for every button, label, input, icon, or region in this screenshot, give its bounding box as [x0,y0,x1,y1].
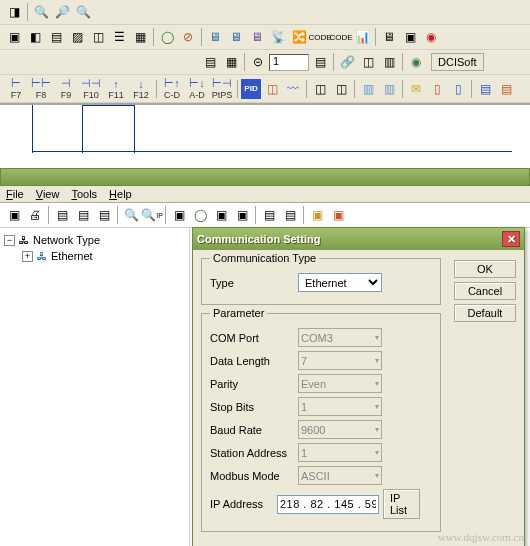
ip-address-input[interactable] [277,495,379,514]
monitor-icon[interactable]: 🖥 [247,27,267,47]
menu-view[interactable]: View [36,188,60,200]
tool-icon[interactable]: ▤ [73,205,93,225]
tool-eraser-icon[interactable]: ◨ [4,2,24,22]
expander-icon[interactable]: + [22,251,33,262]
group-communication-type: Communication Type Type Ethernet [201,258,441,305]
tool-icon[interactable]: ▦ [130,27,150,47]
step-f7[interactable]: ⊢F7 [4,77,28,100]
code-icon[interactable]: CODE [331,27,351,47]
toolbar-row-3: ▤ ▦ ⊝ 1 ▤ 🔗 ◫ ▥ ◉ DCISoft [0,50,530,75]
stop-icon[interactable]: ⊘ [178,27,198,47]
type-select[interactable]: Ethernet [298,273,382,292]
label-type: Type [210,277,298,289]
search-ip-icon[interactable]: 🔍IP [142,205,162,225]
tool-icon[interactable]: ◫ [88,27,108,47]
cancel-button[interactable]: Cancel [454,282,516,300]
menu-tools[interactable]: Tools [71,188,97,200]
tool-icon[interactable]: ◯ [190,205,210,225]
pid-icon[interactable]: PID [241,79,261,99]
dialog-titlebar[interactable]: Communication Setting ✕ [193,228,524,250]
tool-icon[interactable]: ▥ [379,79,399,99]
tool-icon[interactable]: ▯ [448,79,468,99]
label-modbus-mode: Modbus Mode [210,470,298,482]
tool-icon[interactable]: ▣ [169,205,189,225]
tool-icon[interactable]: ◫ [310,79,330,99]
tool-icon[interactable]: ▣ [400,27,420,47]
tool-icon[interactable]: ▣ [232,205,252,225]
label-ip-address: IP Address [210,498,277,510]
com-port-select: COM3▾ [298,328,382,347]
mail-icon[interactable]: ✉ [406,79,426,99]
dialog-button-column: OK Cancel Default [454,260,516,326]
tree-root[interactable]: − 🖧 Network Type [4,232,185,248]
chart-icon[interactable]: 📊 [352,27,372,47]
tool-icon[interactable]: ▤ [46,27,66,47]
label-com-port: COM Port [210,332,298,344]
ladder-canvas[interactable] [0,104,530,152]
tool-zoom-icon[interactable]: 🔍 [73,2,93,22]
tool-icon[interactable]: ▣ [4,27,24,47]
tool-icon[interactable]: ▤ [496,79,516,99]
ok-button[interactable]: OK [454,260,516,278]
step-f11[interactable]: ↑F11 [104,78,128,100]
step-ad[interactable]: ⊢↓A-D [185,77,209,100]
diagram-icon[interactable]: 🔀 [289,27,309,47]
toolbar-row-1: ◨ 🔍 🔎 🔍 [0,0,530,25]
tool-zoomout-icon[interactable]: 🔎 [52,2,72,22]
search-icon[interactable]: 🔍 [121,205,141,225]
ip-list-button[interactable]: IP List [383,489,420,519]
tool-icon[interactable]: ◫ [262,79,282,99]
step-f12[interactable]: ↓F12 [129,78,153,100]
tool-icon[interactable]: ▤ [52,205,72,225]
tool-icon[interactable]: ☰ [109,27,129,47]
monitor-icon[interactable]: 🖥 [205,27,225,47]
connect-icon[interactable]: 🔗 [337,52,357,72]
tool-icon[interactable]: ▤ [310,52,330,72]
tool-icon[interactable]: ▦ [221,52,241,72]
monitor-icon[interactable]: 🖥 [226,27,246,47]
tool-icon[interactable]: ◫ [358,52,378,72]
tool-icon[interactable]: ▨ [67,27,87,47]
label-stop-bits: Stop Bits [210,401,298,413]
step-f10[interactable]: ⊣⊣F10 [79,77,103,100]
monitor-icon[interactable]: 🖥 [379,27,399,47]
step-f9[interactable]: ⊣F9 [54,77,78,100]
expander-icon[interactable]: − [4,235,15,246]
tool-icon[interactable]: ◫ [331,79,351,99]
network-tree: − 🖧 Network Type + 🖧 Ethernet [0,228,190,546]
dcisoft-label: DCISoft [431,53,484,71]
tool-icon[interactable]: ▣ [328,205,348,225]
menu-file[interactable]: File [6,188,24,200]
tree-ethernet[interactable]: + 🖧 Ethernet [4,248,185,264]
tool-icon[interactable]: ▤ [475,79,495,99]
menubar: File View Tools Help [0,186,530,203]
tool-icon[interactable]: ▤ [259,205,279,225]
tool-icon[interactable]: ◉ [421,27,441,47]
tool-icon[interactable]: ⊝ [248,52,268,72]
step-ptps[interactable]: ⊢⊣PtPS [210,77,234,100]
step-cd[interactable]: ⊢↑C-D [160,77,184,100]
print-icon[interactable]: 🖨 [25,205,45,225]
tool-icon[interactable]: ▤ [200,52,220,72]
tool-zoomin-icon[interactable]: 🔍 [31,2,51,22]
label-station-addr: Station Address [210,447,298,459]
tool-icon[interactable]: ◉ [406,52,426,72]
dcisoft-toolbar: ▣ 🖨 ▤ ▤ ▤ 🔍 🔍IP ▣ ◯ ▣ ▣ ▤ ▤ ▣ ▣ [0,203,530,228]
wave-icon[interactable]: 〰 [283,79,303,99]
close-icon[interactable]: ✕ [502,231,520,247]
globe-icon[interactable]: ◯ [157,27,177,47]
tool-icon[interactable]: ▥ [358,79,378,99]
tool-icon[interactable]: ▤ [280,205,300,225]
tool-icon[interactable]: ▣ [211,205,231,225]
tool-icon[interactable]: ▣ [4,205,24,225]
menu-help[interactable]: Help [109,188,132,200]
step-f8[interactable]: ⊢⊢F8 [29,77,53,100]
tool-icon[interactable]: ▥ [379,52,399,72]
tool-icon[interactable]: ▤ [94,205,114,225]
tool-icon[interactable]: ▣ [307,205,327,225]
sat-icon[interactable]: 📡 [268,27,288,47]
tool-icon[interactable]: ◧ [25,27,45,47]
code-icon[interactable]: CODE [310,27,330,47]
default-button[interactable]: Default [454,304,516,322]
tool-icon[interactable]: ▯ [427,79,447,99]
